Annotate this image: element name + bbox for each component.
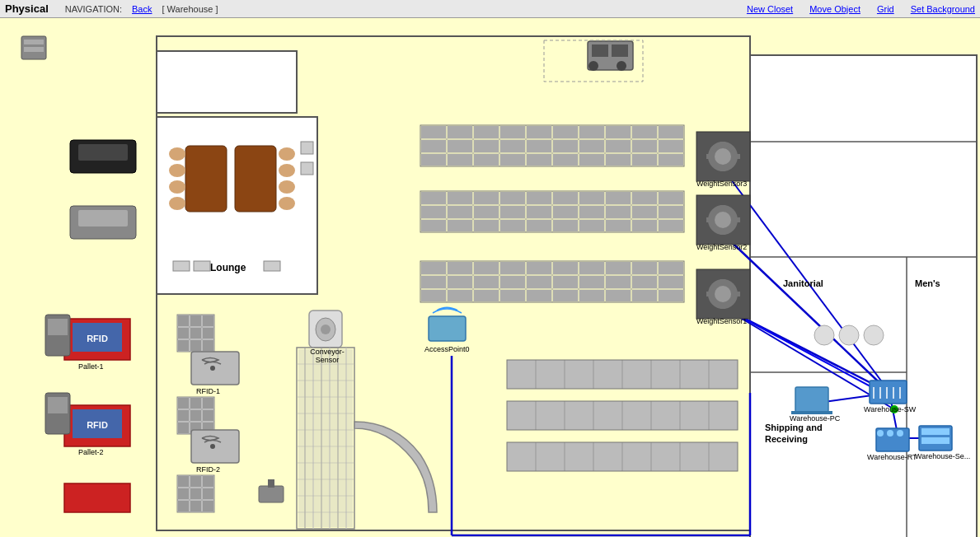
- svg-rect-116: [474, 276, 499, 288]
- svg-point-206: [279, 147, 295, 161]
- svg-rect-167: [190, 328, 201, 339]
- svg-rect-131: [606, 290, 631, 301]
- svg-rect-112: [632, 262, 657, 274]
- svg-point-279: [715, 286, 731, 302]
- svg-rect-270: [696, 195, 750, 245]
- svg-rect-183: [178, 423, 189, 433]
- svg-point-208: [279, 180, 295, 194]
- svg-rect-29: [659, 126, 683, 138]
- svg-rect-283: [734, 292, 740, 297]
- svg-rect-45: [553, 154, 578, 166]
- svg-rect-113: [659, 262, 683, 274]
- svg-line-248: [812, 393, 890, 404]
- svg-point-204: [169, 180, 185, 194]
- svg-rect-213: [194, 261, 210, 271]
- svg-rect-70: [632, 192, 657, 204]
- svg-rect-67: [553, 192, 578, 204]
- svg-rect-1: [157, 51, 297, 113]
- svg-rect-44: [527, 154, 551, 166]
- svg-rect-292: [78, 144, 128, 161]
- svg-rect-88: [579, 220, 604, 231]
- svg-rect-83: [448, 220, 472, 231]
- access-point-label: AccessPoint0: [424, 345, 470, 353]
- svg-rect-267: [734, 154, 740, 159]
- svg-rect-211: [301, 162, 313, 175]
- svg-rect-142: [507, 401, 738, 430]
- svg-rect-36: [579, 140, 604, 152]
- svg-rect-108: [527, 262, 551, 274]
- svg-rect-72: [421, 206, 446, 218]
- svg-rect-199: [203, 501, 213, 511]
- svg-rect-302: [795, 387, 828, 412]
- pallet2-label: Pallet-2: [78, 448, 104, 456]
- svg-rect-3: [750, 55, 977, 537]
- svg-rect-27: [606, 126, 631, 138]
- svg-rect-295: [45, 315, 70, 356]
- pallet1-label: Pallet-1: [78, 362, 104, 371]
- back-button[interactable]: Back: [132, 4, 152, 14]
- svg-rect-254: [592, 44, 608, 57]
- svg-point-272: [715, 212, 731, 228]
- svg-rect-75: [500, 206, 525, 218]
- svg-rect-195: [190, 488, 201, 499]
- new-closet-button[interactable]: New Closet: [747, 4, 793, 14]
- mens-label: Men's: [915, 278, 940, 288]
- svg-rect-28: [632, 126, 657, 138]
- svg-point-256: [588, 61, 598, 71]
- svg-rect-30: [421, 140, 446, 152]
- weight-sensor1-label: WeightSensor1: [696, 317, 747, 325]
- svg-rect-196: [203, 488, 213, 499]
- svg-rect-280: [720, 279, 725, 286]
- svg-rect-181: [190, 410, 201, 421]
- svg-rect-110: [579, 262, 604, 274]
- svg-rect-261: [696, 132, 750, 181]
- svg-rect-20: [421, 126, 446, 138]
- move-object-button[interactable]: Move Object: [809, 4, 860, 14]
- svg-rect-165: [203, 315, 213, 326]
- svg-line-249: [890, 397, 898, 438]
- svg-rect-65: [500, 192, 525, 204]
- svg-rect-90: [632, 220, 657, 231]
- svg-rect-275: [706, 217, 713, 222]
- svg-rect-89: [606, 220, 631, 231]
- svg-point-220: [316, 318, 335, 341]
- svg-rect-92: [420, 261, 684, 302]
- svg-rect-40: [421, 154, 446, 166]
- svg-rect-130: [579, 290, 604, 301]
- svg-point-203: [169, 164, 185, 177]
- svg-rect-171: [203, 340, 213, 351]
- svg-point-278: [708, 279, 738, 309]
- svg-rect-180: [178, 410, 189, 421]
- svg-rect-33: [500, 140, 525, 152]
- svg-rect-87: [553, 220, 578, 231]
- svg-rect-310: [876, 428, 909, 451]
- svg-rect-217: [191, 430, 239, 463]
- svg-rect-182: [203, 410, 213, 421]
- svg-rect-265: [720, 165, 725, 171]
- conveyor-sensor-label: Conveyor-Sensor: [298, 348, 356, 364]
- svg-rect-273: [720, 205, 725, 212]
- svg-rect-163: [178, 315, 189, 326]
- svg-point-312: [887, 430, 893, 437]
- svg-point-318: [839, 325, 859, 345]
- svg-point-311: [877, 430, 884, 437]
- svg-rect-170: [190, 340, 201, 351]
- svg-rect-43: [500, 154, 525, 166]
- svg-rect-186: [177, 475, 214, 512]
- svg-rect-133: [659, 290, 683, 301]
- svg-point-263: [715, 148, 731, 165]
- set-background-button[interactable]: Set Background: [911, 4, 975, 14]
- svg-rect-177: [178, 398, 189, 409]
- svg-rect-47: [606, 154, 631, 166]
- svg-rect-66: [527, 192, 551, 204]
- svg-point-262: [708, 142, 738, 171]
- svg-rect-122: [632, 276, 657, 288]
- svg-rect-46: [579, 154, 604, 166]
- grid-button[interactable]: Grid: [877, 4, 894, 14]
- svg-line-247: [721, 306, 894, 409]
- svg-rect-276: [734, 217, 740, 222]
- svg-rect-268: [710, 145, 717, 152]
- svg-rect-8: [420, 125, 684, 166]
- svg-rect-284: [64, 319, 130, 360]
- svg-point-313: [897, 430, 903, 437]
